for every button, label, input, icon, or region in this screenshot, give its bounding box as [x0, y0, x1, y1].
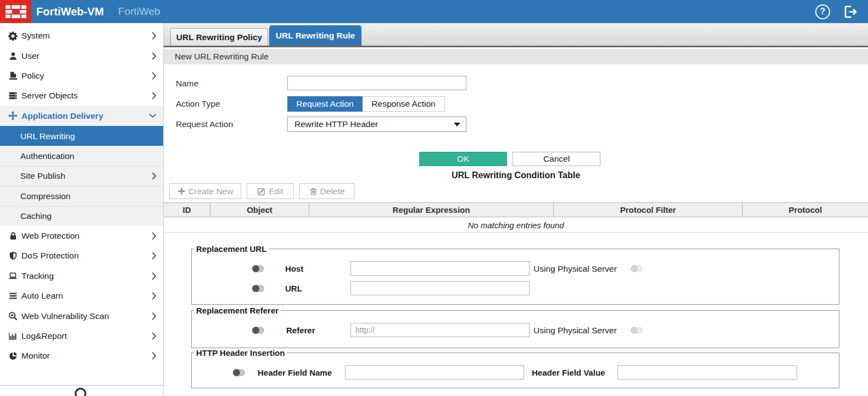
create-new-button[interactable]: Create New — [169, 183, 241, 199]
sidebar-item-log-report[interactable]: Log&Report — [0, 326, 163, 346]
search-plus-icon — [8, 311, 18, 321]
product-name: FortiWeb-VM — [36, 6, 104, 18]
sidebar-item-label: Compression — [20, 191, 70, 201]
column-header-object[interactable]: Object — [210, 203, 309, 217]
user-icon — [8, 51, 18, 61]
sidebar-item-dos-protection[interactable]: DoS Protection — [0, 246, 163, 266]
sidebar-item-label: User — [21, 51, 40, 61]
header-field-name-label: Header Field Name — [258, 365, 332, 380]
chevron-right-icon — [152, 352, 157, 360]
header-insertion-toggle[interactable] — [233, 369, 245, 376]
host-row: Host Using Physical Server — [192, 261, 839, 276]
sidebar-item-label: Tracking — [21, 271, 54, 281]
chevron-right-icon — [152, 252, 157, 260]
ok-button[interactable]: OK — [419, 152, 507, 166]
sidebar-item-label: Authentication — [20, 151, 74, 161]
search-icon[interactable] — [75, 388, 86, 396]
button-label: Create New — [188, 186, 233, 196]
sidebar-item-site-publish[interactable]: Site Publish — [0, 166, 163, 186]
column-header-regular-expression[interactable]: Regular Expression — [309, 203, 554, 217]
host-label: Host — [285, 261, 303, 276]
sidebar-item-tracking[interactable]: Tracking — [0, 266, 163, 286]
condition-table-toolbar: Create New Edit Delete — [169, 183, 354, 199]
lock-icon — [8, 232, 18, 241]
action-type-label: Action Type — [176, 96, 220, 111]
tab-url-rewriting-rule[interactable]: URL Rewriting Rule — [269, 25, 361, 46]
sidebar-item-url-rewriting[interactable]: URL Rewriting — [0, 126, 163, 146]
http-header-insertion-section: HTTP Header Insertion Header Field Name … — [191, 348, 839, 388]
sidebar-item-monitor[interactable]: Monitor — [0, 346, 163, 366]
replacement-url-legend: Replacement URL — [194, 244, 269, 254]
sidebar-nav: System User Policy Server Objects Applic… — [0, 23, 163, 366]
replacement-url-section: Replacement URL Host Using Physical Serv… — [191, 244, 839, 305]
chevron-right-icon — [152, 312, 157, 320]
help-icon[interactable] — [815, 4, 830, 19]
url-row: URL — [192, 281, 839, 296]
replacement-referer-section: Replacement Referer Referer Using Physic… — [191, 306, 839, 348]
header-field-value-input[interactable] — [617, 365, 797, 380]
logout-icon[interactable] — [843, 4, 858, 19]
sidebar-item-label: Auto Learn — [21, 291, 63, 301]
edit-icon — [257, 187, 266, 196]
sidebar-item-label: Log&Report — [21, 331, 67, 341]
url-input[interactable] — [350, 281, 530, 295]
button-label: Edit — [269, 186, 283, 196]
request-action-label: Request Action — [176, 117, 233, 131]
main-content: URL Rewriting Policy URL Rewriting Rule … — [164, 23, 868, 396]
sidebar-item-user[interactable]: User — [0, 46, 163, 65]
move-arrows-icon — [8, 111, 18, 120]
sidebar-item-label: Web Protection — [21, 231, 80, 241]
sidebar-item-label: Monitor — [21, 351, 50, 361]
column-header-protocol[interactable]: Protocol — [743, 203, 868, 217]
chevron-right-icon — [152, 232, 157, 240]
url-label: URL — [285, 281, 302, 296]
sidebar-item-label: Server Objects — [21, 91, 78, 101]
host-input[interactable] — [350, 261, 530, 276]
cancel-button[interactable]: Cancel — [513, 152, 600, 166]
selected-value: Rewrite HTTP Header — [294, 119, 378, 129]
app-name: FortiWeb — [118, 6, 160, 18]
sidebar-item-server-objects[interactable]: Server Objects — [0, 86, 163, 106]
tab-label: URL Rewriting Rule — [276, 31, 355, 41]
url-toggle[interactable] — [252, 285, 264, 292]
server-icon — [8, 91, 18, 101]
sidebar-item-policy[interactable]: Policy — [0, 66, 163, 86]
chevron-right-icon — [152, 332, 157, 340]
menu-lines-icon — [8, 292, 18, 301]
page-title: New URL Rewriting Rule — [164, 49, 868, 64]
sidebar-item-system[interactable]: System — [0, 26, 163, 46]
referer-label: Referer — [286, 323, 315, 338]
column-header-id[interactable]: ID — [164, 203, 210, 217]
sidebar-item-caching[interactable]: Caching — [0, 206, 163, 226]
referer-toggle[interactable] — [252, 327, 264, 334]
name-input[interactable] — [287, 76, 466, 90]
sidebar-item-authentication[interactable]: Authentication — [0, 146, 163, 166]
tab-strip: URL Rewriting Policy URL Rewriting Rule — [164, 23, 868, 47]
header-field-row: Header Field Name Header Field Value — [192, 365, 839, 380]
tab-url-rewriting-policy[interactable]: URL Rewriting Policy — [170, 28, 268, 46]
sidebar-item-label: Caching — [20, 211, 52, 221]
name-label: Name — [176, 76, 198, 91]
sidebar-item-web-vulnerability-scan[interactable]: Web Vulnerability Scan — [0, 306, 163, 326]
delete-button[interactable]: Delete — [299, 183, 354, 199]
response-action-option[interactable]: Response Action — [363, 96, 445, 112]
host-toggle[interactable] — [252, 265, 264, 272]
referer-input[interactable] — [350, 323, 530, 337]
request-action-select[interactable]: Rewrite HTTP Header — [287, 117, 466, 132]
condition-table-title: URL Rewriting Condition Table — [164, 170, 868, 180]
referer-physical-server-toggle[interactable] — [631, 327, 643, 334]
header-field-name-input[interactable] — [345, 365, 524, 380]
chevron-right-icon — [152, 272, 157, 280]
replacement-referer-legend: Replacement Referer — [194, 306, 281, 315]
fortinet-grid-icon — [4, 3, 28, 20]
sidebar-item-compression[interactable]: Compression — [0, 186, 163, 206]
host-physical-server-toggle[interactable] — [631, 265, 643, 272]
request-action-option[interactable]: Request Action — [287, 96, 363, 112]
sidebar-item-application-delivery[interactable]: Application Delivery — [0, 106, 163, 126]
chevron-right-icon — [152, 172, 157, 180]
sidebar-item-label: DoS Protection — [21, 251, 79, 261]
edit-button[interactable]: Edit — [247, 183, 294, 199]
sidebar-item-web-protection[interactable]: Web Protection — [0, 226, 163, 246]
column-header-protocol-filter[interactable]: Protocol Filter — [554, 203, 743, 217]
sidebar-item-auto-learn[interactable]: Auto Learn — [0, 286, 163, 306]
